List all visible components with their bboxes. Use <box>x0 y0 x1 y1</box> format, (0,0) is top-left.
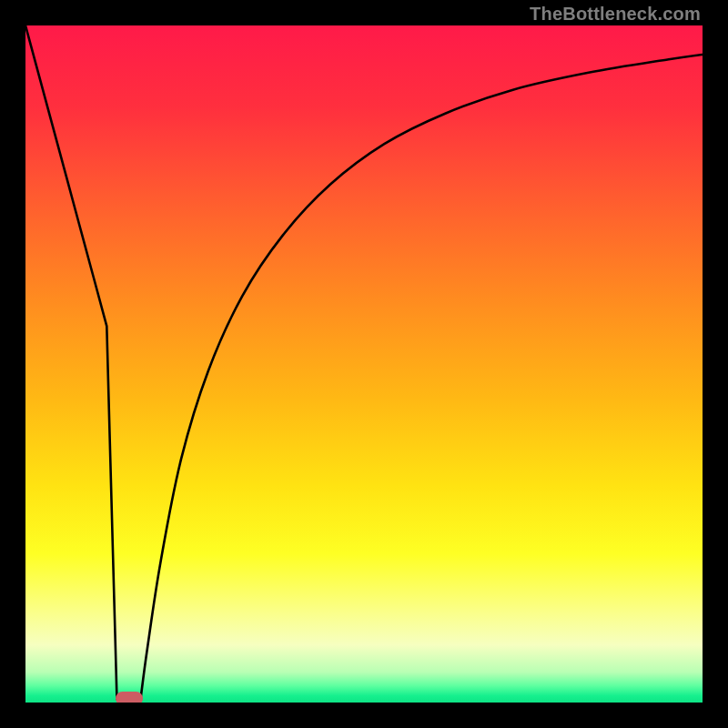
curve-left-arm <box>25 25 116 699</box>
vertex-marker <box>116 692 143 703</box>
curve-layer <box>25 25 703 703</box>
watermark-text: TheBottleneck.com <box>530 4 701 25</box>
curve-right-arm <box>140 55 703 699</box>
plot-area <box>25 25 703 703</box>
chart-frame: TheBottleneck.com <box>0 0 728 728</box>
